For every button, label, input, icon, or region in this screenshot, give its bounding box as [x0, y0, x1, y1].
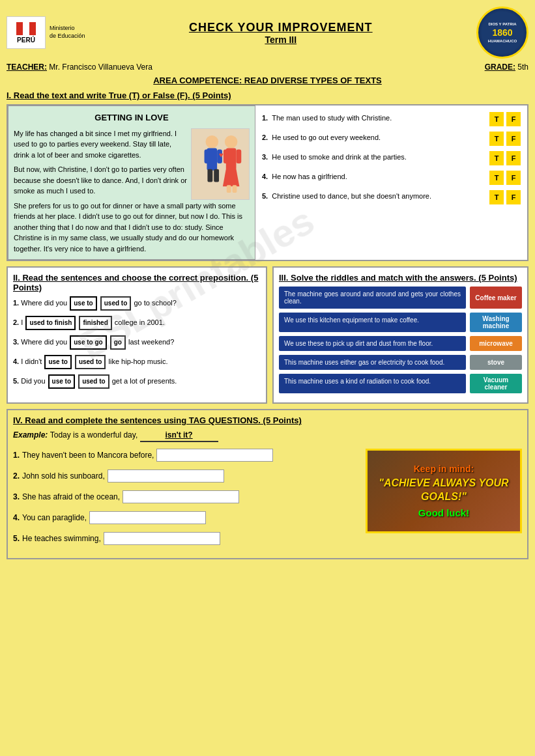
section-iii: III. Solve the riddles and match with th…: [272, 266, 528, 404]
option1-btn[interactable]: use to: [70, 296, 96, 311]
svg-point-0: [206, 135, 219, 148]
tag-item: 4. You can paraglide,: [13, 511, 359, 524]
svg-text:♥: ♥: [219, 150, 224, 159]
tag-item: 1. They haven't been to Mancora before,: [13, 449, 359, 462]
achieve-text: "ACHIEVE ALWAYS YOUR GOALS!": [375, 477, 512, 504]
tf-question-num: 1.: [262, 112, 268, 125]
riddle-answer: Vacuum cleaner: [470, 374, 522, 393]
riddle-clue: We use this kitchen equipment to make co…: [279, 313, 466, 332]
tag-answer-input[interactable]: [104, 532, 220, 545]
tf-false-btn[interactable]: F: [506, 190, 521, 204]
tf-true-btn[interactable]: T: [489, 151, 504, 165]
riddle-clue: This machine uses either gas or electric…: [279, 355, 466, 370]
main-content: I. Read the text and write True (T) or F…: [7, 91, 528, 559]
riddle-row: We use these to pick up dirt and dust fr…: [279, 336, 522, 351]
tf-true-btn[interactable]: T: [489, 171, 504, 185]
tf-questions: 1. The man used to study with Christine.…: [255, 105, 527, 260]
svg-marker-10: [223, 169, 239, 186]
preposition-text-after: last weekend?: [128, 338, 174, 346]
example-label: Example:: [13, 430, 50, 440]
option1-btn[interactable]: use to go: [70, 335, 106, 350]
option1-btn[interactable]: used to finish: [25, 316, 76, 330]
preposition-item: 2. I used to finish finished college in …: [13, 316, 261, 330]
tag-answer-input[interactable]: [108, 469, 224, 483]
option2-btn[interactable]: used to: [100, 296, 132, 311]
peru-label: PERÚ: [17, 36, 35, 44]
tf-buttons: T F: [489, 132, 521, 146]
tag-text: They haven't been to Mancora before,: [22, 451, 154, 460]
area-value: READ DIVERSE TYPES OF TEXTS: [244, 76, 382, 85]
teacher-info: TEACHER: Mr. Francisco Villanueva Vera: [7, 63, 152, 72]
preposition-num: 3.: [13, 338, 19, 346]
tf-buttons: T F: [489, 190, 521, 204]
preposition-text-before: I: [21, 318, 25, 326]
riddle-answer: Washing machine: [470, 313, 522, 332]
tf-true-btn[interactable]: T: [489, 132, 504, 146]
motivation-box: Keep in mind: "ACHIEVE ALWAYS YOUR GOALS…: [366, 449, 522, 533]
svg-rect-4: [207, 169, 212, 182]
section-i-inner: GETTING IN LOVE: [8, 105, 527, 260]
teacher-name: Mr. Francisco Villanueva Vera: [49, 63, 152, 72]
option2-btn[interactable]: go: [110, 335, 126, 350]
tf-item: 2. He used to go out every weekend. T F: [262, 132, 521, 146]
tf-buttons: T F: [489, 151, 521, 165]
riddle-clue: The machine goes around and around and g…: [279, 287, 466, 309]
tag-answer-input[interactable]: [156, 449, 273, 462]
preposition-num: 5.: [13, 377, 19, 385]
couple-illustration: ♥: [191, 128, 250, 200]
section-ii: II. Read the sentences and choose the co…: [7, 266, 267, 404]
riddle-row: This machine uses either gas or electric…: [279, 355, 522, 370]
svg-rect-9: [236, 149, 241, 163]
preposition-item: 3. Where did you use to go go last weeke…: [13, 335, 261, 350]
reading-para-3: She prefers for us to go out for dinner …: [14, 201, 250, 255]
tag-text: He teaches swimming,: [22, 534, 101, 543]
peru-logo: PERÚ: [7, 16, 46, 49]
tf-false-btn[interactable]: F: [506, 132, 521, 146]
tf-false-btn[interactable]: F: [506, 112, 521, 126]
section-i-title: I. Read the text and write True (T) or F…: [7, 91, 528, 100]
svg-rect-5: [214, 169, 219, 182]
section-ii-title: II. Read the sentences and choose the co…: [13, 273, 261, 292]
tag-item: 2. John sold his sunboard,: [13, 469, 359, 483]
svg-rect-12: [233, 185, 237, 193]
preposition-item: 1. Where did you use to used to go to sc…: [13, 296, 261, 311]
sections-ii-iii: II. Read the sentences and choose the co…: [7, 266, 528, 404]
teacher-label: TEACHER:: [7, 63, 47, 72]
tf-false-btn[interactable]: F: [506, 151, 521, 165]
header: PERÚ Ministerio de Educación CHECK YOUR …: [7, 7, 528, 59]
tf-false-btn[interactable]: F: [506, 171, 521, 185]
option1-btn[interactable]: use to: [44, 355, 71, 369]
option2-btn[interactable]: used to: [78, 374, 109, 389]
reading-text: GETTING IN LOVE: [8, 105, 255, 260]
example-answer: isn't it?: [140, 429, 218, 442]
keep-in-mind: Keep in mind:: [414, 464, 474, 474]
option1-btn[interactable]: use to: [48, 374, 75, 389]
flag-red: [16, 22, 23, 35]
school-logo: DIOS Y PATRIA 1860 HUAMACHUCO: [476, 7, 528, 59]
tag-num: 1.: [13, 451, 20, 460]
tag-questions-list: 1. They haven't been to Mancora before, …: [13, 449, 359, 553]
tf-true-btn[interactable]: T: [489, 112, 504, 126]
svg-rect-8: [224, 149, 229, 163]
option2-btn[interactable]: finished: [79, 316, 111, 330]
riddle-answer: stove: [470, 355, 522, 370]
tag-text: You can paraglide,: [22, 513, 87, 522]
tf-item: 1. The man used to study with Christine.…: [262, 112, 521, 126]
section-iv: IV. Read and complete the sentences usin…: [7, 409, 528, 559]
area-label: AREA COMPETENCE:: [153, 76, 242, 85]
tf-true-btn[interactable]: T: [489, 190, 504, 204]
preposition-item: 4. I didn't use to used to like hip-hop …: [13, 355, 261, 369]
preposition-text-after: like hip-hop music.: [109, 357, 168, 365]
tag-answer-input[interactable]: [123, 490, 239, 503]
option2-btn[interactable]: used to: [75, 355, 106, 369]
riddle-answer: Coffee maker: [470, 287, 522, 309]
preposition-num: 2.: [13, 318, 19, 326]
section-ii-items: 1. Where did you use to used to go to sc…: [13, 296, 261, 389]
reading-title: GETTING IN LOVE: [14, 111, 250, 124]
tf-question-num: 3.: [262, 151, 268, 164]
section-i: I. Read the text and write True (T) or F…: [7, 91, 528, 261]
riddle-row: We use this kitchen equipment to make co…: [279, 313, 522, 332]
ministerio-text: Ministerio de Educación: [50, 25, 85, 40]
tag-answer-input[interactable]: [89, 511, 206, 524]
peru-flag: [16, 22, 36, 35]
